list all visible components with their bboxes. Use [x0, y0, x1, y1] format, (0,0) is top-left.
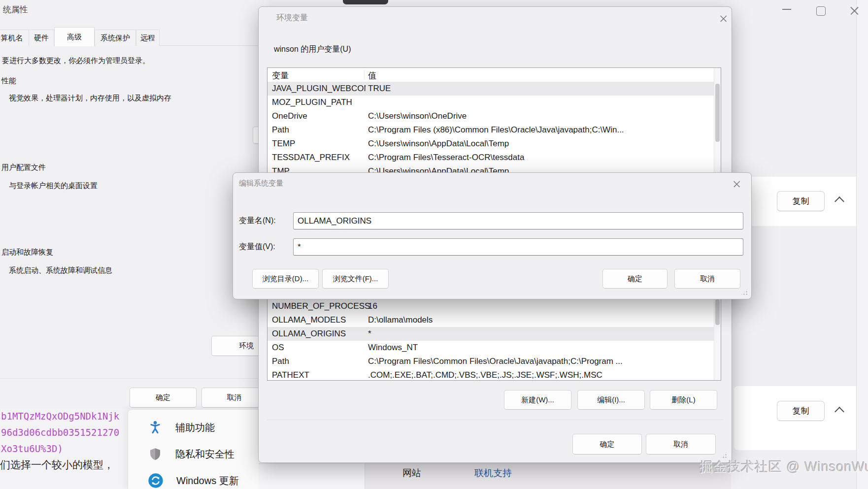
table-row[interactable]: NUMBER_OF_PROCESSORS 16	[267, 299, 721, 313]
variable-name-label: 变量名(N):	[239, 216, 276, 226]
close-icon[interactable]	[720, 15, 728, 23]
sidebar-item-label: 辅助功能	[175, 421, 215, 434]
user-profiles-desc: 与登录帐户相关的桌面设置	[9, 181, 98, 191]
column-header-value[interactable]: 值	[368, 70, 713, 81]
table-row[interactable]: OLLAMA_ORIGINS *	[267, 327, 721, 341]
delete-variable-button[interactable]: 删除(L)	[650, 390, 717, 410]
table-row[interactable]: Path C:\Program Files\Common Files\Oracl…	[267, 355, 721, 368]
footer-separator	[267, 420, 723, 420]
startup-recovery-title: 启动和故障恢复	[1, 248, 53, 257]
column-header-variable[interactable]: 变量	[272, 70, 366, 81]
table-row[interactable]: OLLAMA_MODELS D:\ollama\models	[267, 313, 721, 327]
sidebar-item-label: 隐私和安全性	[175, 448, 234, 461]
table-row[interactable]: TEMP C:\Users\winson\AppData\Local\Temp	[267, 137, 721, 151]
tab-remote[interactable]: 远程	[136, 30, 160, 46]
tab-advanced[interactable]: 高级	[54, 27, 95, 46]
footer-separator	[0, 378, 259, 379]
user-profiles-title: 用户配置文件	[1, 163, 46, 172]
variable-value-label: 变量值(V):	[239, 242, 275, 252]
cancel-button[interactable]: 取消	[646, 434, 716, 455]
performance-desc: 视觉效果，处理器计划，内存使用，以及虚拟内存	[9, 94, 171, 103]
startup-recovery-desc: 系统启动、系统故障和调试信息	[9, 266, 112, 275]
variable-name-input[interactable]	[293, 212, 743, 229]
accessibility-icon	[148, 420, 163, 435]
sync-icon	[148, 473, 164, 489]
table-header[interactable]: 变量 值	[267, 68, 721, 82]
performance-title: 性能	[1, 76, 16, 86]
tab-hardware[interactable]: 硬件	[29, 30, 54, 46]
ok-button[interactable]: 确定	[572, 434, 642, 455]
copy-button[interactable]: 复制	[777, 191, 825, 211]
variable-value-input[interactable]	[293, 238, 743, 256]
system-properties-window: 统属性 算机名 硬件 高级 系统保护 远程 要进行大多数更改，你必须作为管理员登…	[0, 0, 268, 409]
footer-band-light	[259, 464, 365, 489]
admin-note: 要进行大多数更改，你必须作为管理员登录。	[2, 56, 150, 65]
maximize-button[interactable]	[816, 6, 826, 16]
window-title: 统属性	[3, 4, 28, 15]
background-window-fragment	[343, 0, 388, 4]
minimize-button[interactable]	[782, 9, 792, 11]
browse-file-button[interactable]: 浏览文件(F)...	[322, 269, 389, 289]
edit-variable-button[interactable]: 编辑(I)...	[577, 390, 645, 410]
article-text: 们选择一个较小的模型，	[0, 458, 114, 472]
sidebar-item-label: Windows 更新	[176, 474, 239, 488]
website-label: 网站	[402, 467, 421, 480]
table-row[interactable]: PATHEXT .COM;.EXE;.BAT;.CMD;.VBS;.VBE;.J…	[267, 368, 721, 381]
new-variable-button[interactable]: 新建(W)...	[504, 390, 571, 410]
column-divider[interactable]	[364, 70, 365, 80]
table-row[interactable]: MOZ_PLUGIN_PATH	[267, 96, 721, 109]
terminal-line: 96d3d06cdbb0351521270	[1, 427, 119, 438]
tab-computer-name[interactable]: 算机名	[0, 30, 30, 46]
scrollbar-thumb[interactable]	[715, 299, 720, 325]
user-variables-group-label: winson 的用户变量(U)	[274, 44, 351, 55]
table-row[interactable]: TESSDATA_PREFIX C:\Program Files\Tessera…	[267, 151, 721, 164]
table-row[interactable]: JAVA_PLUGIN_WEBCONTRO... TRUE	[267, 82, 721, 96]
dialog-title: 编辑系统变量	[239, 179, 283, 188]
close-button[interactable]	[850, 6, 860, 16]
table-row[interactable]: OneDrive C:\Users\winson\OneDrive	[267, 109, 721, 123]
online-support-link[interactable]: 联机支持	[474, 467, 512, 480]
terminal-line: b1MTQzMzQxODg5NDk1Njk	[1, 411, 119, 422]
tab-system-protection[interactable]: 系统保护	[95, 30, 136, 46]
close-icon[interactable]	[733, 180, 741, 188]
scrollbar-thumb[interactable]	[715, 84, 720, 142]
terminal-line: Xo3tu6U%3D)	[1, 443, 63, 454]
background-footer-band: 网站 联机支持	[259, 463, 731, 489]
page-right-strip	[857, 0, 868, 489]
ok-button[interactable]: 确定	[130, 388, 197, 408]
watermark: 掘金技术社区 @ WinsonWu	[700, 458, 868, 476]
dialog-title: 环境变量	[276, 13, 308, 23]
table-row[interactable]: Path C:\Program Files (x86)\Common Files…	[267, 123, 721, 137]
edit-system-variable-dialog: 编辑系统变量 变量名(N): 变量值(V): 浏览目录(D)... 浏览文件(F…	[233, 172, 752, 299]
shield-icon	[148, 447, 163, 461]
cancel-button[interactable]: 取消	[674, 269, 740, 289]
browse-directory-button[interactable]: 浏览目录(D)...	[252, 269, 319, 289]
ok-button[interactable]: 确定	[602, 269, 668, 289]
resize-grip[interactable]	[740, 288, 748, 296]
table-row[interactable]: OS Windows_NT	[267, 341, 721, 355]
cancel-button[interactable]: 取消	[201, 388, 267, 408]
copy-button[interactable]: 复制	[777, 401, 825, 421]
screen: 统属性 算机名 硬件 高级 系统保护 远程 要进行大多数更改，你必须作为管理员登…	[0, 0, 868, 489]
